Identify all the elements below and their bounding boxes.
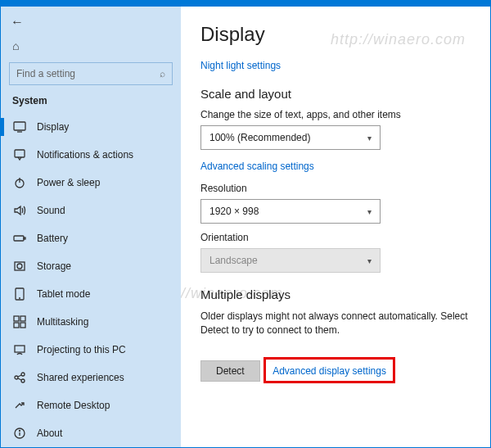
remote-icon [12, 398, 27, 413]
sidebar-item-sound[interactable]: Sound [1, 197, 181, 224]
multiple-description: Older displays might not always connect … [200, 310, 471, 337]
sidebar-item-battery[interactable]: Battery [1, 224, 181, 252]
svg-line-20 [18, 378, 21, 380]
advanced-display-link[interactable]: Advanced display settings [273, 365, 386, 377]
svg-rect-14 [20, 323, 25, 328]
search-input[interactable]: Find a setting ⌕ [9, 62, 173, 85]
sidebar-category: System [1, 92, 181, 113]
svg-point-17 [21, 373, 25, 376]
content-area: Display Night light settings Scale and l… [181, 7, 490, 447]
sidebar-item-tablet[interactable]: Tablet mode [1, 280, 181, 308]
sidebar-item-projecting[interactable]: Projecting to this PC [1, 336, 181, 364]
sidebar-item-label: About [37, 428, 62, 439]
svg-point-18 [21, 379, 25, 382]
projecting-icon [12, 342, 27, 357]
sidebar-item-remote[interactable]: Remote Desktop [1, 391, 181, 419]
detect-button[interactable]: Detect [200, 360, 260, 382]
night-light-link[interactable]: Night light settings [200, 60, 281, 71]
svg-rect-15 [15, 346, 25, 352]
sidebar-item-label: Notifications & actions [37, 149, 133, 161]
display-icon [12, 120, 27, 134]
page-title: Display [200, 23, 471, 46]
tablet-icon [12, 287, 27, 301]
search-icon: ⌕ [160, 68, 165, 79]
sidebar-item-multitasking[interactable]: Multitasking [1, 308, 181, 336]
advanced-scaling-link[interactable]: Advanced scaling settings [200, 161, 314, 172]
scale-label: Change the size of text, apps, and other… [200, 109, 471, 120]
sidebar-item-label: Power & sleep [37, 177, 100, 188]
sidebar-item-shared[interactable]: Shared experiences [1, 364, 181, 391]
orientation-value: Landscape [209, 255, 258, 266]
sidebar-item-label: Projecting to this PC [37, 344, 126, 355]
sidebar: ← ⌂ Find a setting ⌕ System Display Noti… [1, 7, 181, 447]
scale-select[interactable]: 100% (Recommended) ▾ [200, 125, 381, 150]
svg-point-16 [15, 376, 18, 379]
resolution-select[interactable]: 1920 × 998 ▾ [200, 199, 381, 224]
sidebar-item-label: Battery [37, 233, 68, 244]
sound-icon [12, 203, 27, 218]
power-icon [12, 175, 27, 190]
svg-rect-2 [15, 150, 25, 157]
svg-rect-5 [14, 236, 24, 241]
highlight-annotation: Advanced display settings [264, 357, 395, 383]
settings-window: http://winaero.com winaero http://winaer… [0, 0, 491, 448]
storage-icon [12, 259, 27, 274]
back-button[interactable]: ← [11, 15, 24, 29]
chevron-down-icon: ▾ [367, 133, 372, 143]
battery-icon [12, 231, 27, 246]
search-placeholder: Find a setting [16, 68, 160, 79]
chevron-down-icon: ▾ [367, 256, 372, 265]
chevron-down-icon: ▾ [367, 207, 372, 216]
scale-section-header: Scale and layout [200, 87, 471, 101]
notifications-icon [12, 147, 27, 162]
sidebar-item-about[interactable]: About [1, 419, 181, 447]
orientation-select: Landscape ▾ [200, 248, 381, 273]
svg-rect-12 [20, 316, 25, 321]
sidebar-item-label: Storage [37, 260, 71, 272]
about-icon [12, 426, 27, 441]
svg-rect-13 [14, 323, 19, 328]
svg-line-19 [18, 375, 21, 377]
multitasking-icon [12, 315, 27, 329]
sidebar-nav: Display Notifications & actions Power & … [1, 113, 181, 447]
sidebar-item-label: Remote Desktop [37, 400, 110, 411]
sidebar-item-notifications[interactable]: Notifications & actions [1, 141, 181, 169]
svg-rect-6 [24, 238, 25, 239]
sidebar-item-label: Shared experiences [37, 372, 124, 383]
svg-point-8 [17, 264, 22, 269]
resolution-value: 1920 × 998 [209, 206, 259, 217]
sidebar-item-label: Display [37, 121, 69, 133]
sidebar-item-power[interactable]: Power & sleep [1, 169, 181, 197]
resolution-label: Resolution [200, 183, 471, 194]
sidebar-item-label: Tablet mode [37, 288, 90, 300]
svg-rect-0 [14, 122, 25, 130]
svg-point-23 [20, 431, 20, 432]
shared-icon [12, 370, 27, 385]
sidebar-item-display[interactable]: Display [1, 113, 181, 141]
svg-rect-11 [14, 316, 19, 321]
scale-value: 100% (Recommended) [209, 132, 310, 143]
sidebar-item-storage[interactable]: Storage [1, 252, 181, 280]
multiple-section-header: Multiple displays [200, 287, 471, 301]
orientation-label: Orientation [200, 232, 471, 243]
home-button[interactable]: ⌂ [1, 33, 181, 59]
sidebar-item-label: Sound [37, 205, 65, 216]
sidebar-item-label: Multitasking [37, 316, 88, 328]
